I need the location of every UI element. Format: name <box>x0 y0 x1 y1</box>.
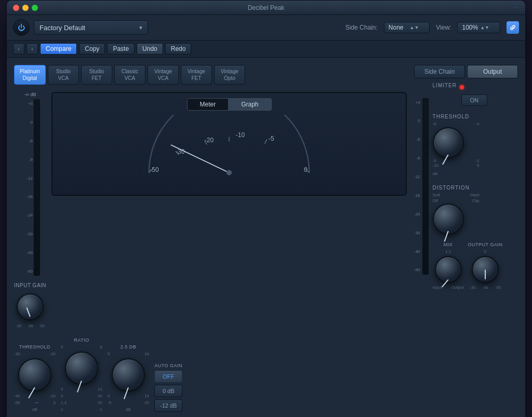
svg-text:0: 0 <box>304 166 308 173</box>
right-meter-scale: +3 0 -6 -9 -12 -18 -24 -30 -40 -60 <box>414 98 420 275</box>
maximize-button[interactable] <box>32 5 38 11</box>
threshold-scale-top: -30 -20 <box>14 352 56 356</box>
ratio-scale-bot3: 1.4 30 <box>61 400 102 405</box>
tab-studio-vca[interactable]: StudioVCA <box>48 65 79 85</box>
close-button[interactable] <box>13 5 19 11</box>
undo-button[interactable]: Undo <box>137 43 163 55</box>
output-gain-knob[interactable] <box>472 256 499 283</box>
toolbar: ‹ › Compare Copy Paste Undo Redo <box>7 41 525 58</box>
input-gain-knob[interactable] <box>17 293 44 320</box>
auto-gain-label: AUTO GAIN <box>154 363 182 368</box>
makeup-scale-top: 5 10 <box>108 352 149 356</box>
window-title: Decibel Peak <box>248 4 285 11</box>
makeup-scale-bot2: -5 20 <box>108 400 149 405</box>
threshold-right-scale-bot: -10 0 <box>433 163 480 168</box>
main-content: PlatinumDigital StudioVCA StudioFET Clas… <box>7 58 525 417</box>
makeup-scale-bot: 0 15 <box>108 394 149 398</box>
distortion-knob[interactable] <box>433 204 464 235</box>
threshold-right-unit: dB <box>433 171 438 176</box>
right-meter-bar <box>422 98 429 275</box>
tab-vintage-fet[interactable]: VintageFET <box>181 65 212 85</box>
ratio-scale-top: 5 8 <box>61 345 102 349</box>
ratio-knob[interactable] <box>65 352 98 385</box>
threshold-right-title: THRESHOLD <box>433 114 470 119</box>
limiter-header: LIMITER <box>433 83 516 91</box>
limiter-indicator <box>460 85 464 89</box>
input-gain-label: INPUT GAIN <box>14 280 46 289</box>
output-gain-top: 0 <box>484 249 486 254</box>
right-tabs: Side Chain Output <box>414 65 518 78</box>
threshold-right-section: THRESHOLD -6 -4 -8 -2 -1 <box>433 111 516 177</box>
side-chain-value: None <box>389 24 404 31</box>
mix-scale-bot: Input Output <box>433 285 464 290</box>
output-tab[interactable]: Output <box>467 65 518 78</box>
right-meter-area: +3 0 -6 -9 -12 -18 -24 -30 -40 -60 <box>414 83 518 290</box>
auto-gain-0db-button[interactable]: 0 dB <box>154 385 182 397</box>
paste-button[interactable]: Paste <box>107 43 135 55</box>
distortion-section: DISTORTION Soft Hard Off Clip <box>433 182 516 235</box>
distortion-title: DISTORTION <box>433 185 470 191</box>
threshold-label: THRESHOLD <box>19 344 50 349</box>
vu-wrapper: -∞ dB +3 0 -6 -9 -12 -18 -24 -30 -40 <box>14 92 407 328</box>
top-bar-right: Side Chain: None ▲▼ View: 100% ▲▼ <box>345 21 519 34</box>
graph-tab[interactable]: Graph <box>229 98 271 111</box>
auto-gain-12db-button[interactable]: -12 dB <box>154 399 182 412</box>
input-meter-container: +3 0 -6 -9 -12 -18 -24 -30 -40 -60 <box>20 99 40 276</box>
tab-classic-vca[interactable]: ClassicVCA <box>114 65 145 85</box>
auto-gain-off-button[interactable]: OFF <box>154 370 182 383</box>
svg-text:-10: -10 <box>236 131 245 139</box>
side-chain-dropdown[interactable]: None ▲▼ <box>384 22 430 33</box>
plugin-window: Decibel Peak ⋯ ⏻ Factory Default ▼ Side … <box>6 0 526 417</box>
threshold-right-scale-mid: -8 -2 <box>433 158 480 163</box>
vu-meter-tabs: Meter Graph <box>52 93 406 115</box>
threshold-right-scale-top: -6 -4 <box>433 122 480 126</box>
copy-button[interactable]: Copy <box>79 43 105 55</box>
tab-platinum-digital[interactable]: PlatinumDigital <box>14 65 46 85</box>
makeup-knob[interactable] <box>112 358 145 392</box>
limiter-section: LIMITER ON <box>433 83 516 106</box>
svg-point-13 <box>227 170 232 175</box>
minimize-button[interactable] <box>22 5 29 11</box>
ratio-label: RATIO <box>74 338 89 343</box>
output-gain-label: OUTPUT GAIN <box>468 242 503 247</box>
input-meter-top-label: -∞ dB <box>24 92 36 97</box>
tab-vintage-vca[interactable]: VintageVCA <box>148 65 179 85</box>
redo-button[interactable]: Redo <box>165 43 192 55</box>
mix-output-row: MIX 1:1 Input Output OUTPUT GAIN <box>433 242 516 290</box>
distortion-scale: Off Clip <box>433 198 480 203</box>
limiter-on-button[interactable]: ON <box>461 95 488 106</box>
link-icon <box>509 24 516 31</box>
svg-line-10 <box>265 139 267 144</box>
tab-vintage-opto[interactable]: VintageOpto <box>214 65 245 85</box>
view-label: View: <box>436 24 451 31</box>
meter-tab[interactable]: Meter <box>187 98 229 111</box>
threshold-right-knob[interactable] <box>433 127 464 158</box>
ratio-scale-bot2: 2 20 <box>61 394 102 398</box>
left-column: PlatinumDigital StudioVCA StudioFET Clas… <box>14 65 407 417</box>
side-chain-label: Side Chain: <box>345 24 378 31</box>
input-meter-bar <box>34 99 40 276</box>
svg-text:-50: -50 <box>150 166 159 173</box>
preset-value: Factory Default <box>39 24 85 32</box>
forward-button[interactable]: › <box>26 43 38 55</box>
threshold-scale-bot2: -50 ─ 0 <box>14 400 56 405</box>
back-button[interactable]: ‹ <box>13 43 24 55</box>
makeup-group: 2.5 dB 5 10 0 15 -5 20 <box>108 344 149 412</box>
compare-button[interactable]: Compare <box>40 43 77 55</box>
makeup-unit: dB <box>126 407 131 412</box>
bottom-controls: THRESHOLD -30 -20 -40 -10 -50 ─ <box>14 338 407 412</box>
threshold-scale-bot: -40 -10 <box>14 394 56 398</box>
link-button[interactable] <box>507 21 519 34</box>
side-chain-arrow: ▲▼ <box>410 25 419 30</box>
view-dropdown[interactable]: 100% ▲▼ <box>457 22 500 33</box>
side-chain-tab[interactable]: Side Chain <box>414 65 465 78</box>
input-meter-scale: +3 0 -6 -9 -12 -18 -24 -30 -40 -60 <box>20 99 33 276</box>
power-button[interactable]: ⏻ <box>13 19 30 36</box>
threshold-knob[interactable] <box>18 358 51 392</box>
view-value: 100% <box>462 24 478 31</box>
preset-dropdown[interactable]: Factory Default ▼ <box>34 20 148 35</box>
tab-studio-fet[interactable]: StudioFET <box>81 65 112 85</box>
mix-knob[interactable] <box>435 256 462 283</box>
compressor-tabs: PlatinumDigital StudioVCA StudioFET Clas… <box>14 65 407 85</box>
svg-line-12 <box>171 145 229 172</box>
